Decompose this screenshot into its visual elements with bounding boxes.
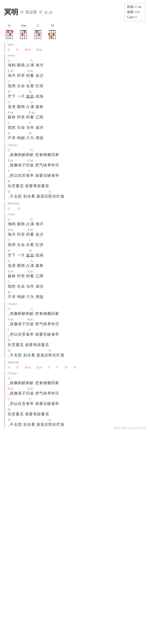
v2-chord6: Em Em <box>8 269 146 273</box>
interlude1-chord: G G <box>8 206 146 211</box>
chord-D-name: D <box>51 23 54 28</box>
c1-chord5: D G <box>8 190 146 194</box>
c1-lg1: G G _就像蚂蚁蚂蚁 把食物搬回家 <box>8 148 146 157</box>
c1-chord1: G G <box>8 148 146 152</box>
v1-lyric8: 不求 绚丽 只为 洒脱 <box>8 136 146 140</box>
chorus3-content: Chorus G _就像蚂蚁蚂蚁 把食物搬回家 Em Em _就像燕子归途 把气… <box>8 371 146 428</box>
song-title: 冥明 <box>4 7 18 17</box>
v2-lg5: G G 老虎 眼睛 占满 森林 <box>8 259 146 268</box>
verse2-bar <box>4 212 5 300</box>
svg-point-41 <box>52 33 54 35</box>
c2-lg2: Em Em _就像燕子归途 把气味养村庄 <box>8 317 146 327</box>
chorus3-bar <box>4 371 5 428</box>
c1-lyric2: _就像燕子归途 把气味养村庄 <box>8 163 146 168</box>
chord-G-name: G <box>8 23 10 28</box>
watermark-url: g.inyuezi.com <box>128 426 146 430</box>
interlude2-content: Interlude G G Em Em C C D D <box>8 360 146 370</box>
capo: Capo=1 <box>127 15 143 20</box>
intro-label: Intro <box>8 43 146 47</box>
v1-lg8: D D 不求 绚丽 只为 洒脱 <box>8 131 146 140</box>
v1-lg7: C C 我把 生命 当作 成功 <box>8 121 146 130</box>
v1-chord3: C C <box>8 79 146 83</box>
v2-lyric3: 我用 生命 在看 巨浪 <box>8 243 146 247</box>
interlude1-label: Interlude <box>8 202 146 206</box>
title-area: 冥明 唱 苏运莹 谱 @_@ <box>4 7 52 17</box>
chorus1-bar <box>4 143 5 200</box>
svg-point-19 <box>21 33 23 35</box>
c1-lyric5: _不去想 别去看 漫漫后阳光烂漫 <box>8 194 146 199</box>
verse2-section: Verse G G 海鸥 眼睛 占满 海洋 Em Em 海洋 怀里 积蓄 金沙 … <box>4 212 146 300</box>
v2-chord2: Em Em <box>8 228 146 232</box>
v1-lyric3: 我用 生命 在看 巨浪 <box>8 84 146 88</box>
chord-G-diagram: G <box>4 23 14 40</box>
c3-chord2: Em Em <box>8 387 146 391</box>
chord-C-diagram: C <box>33 23 43 40</box>
c1-lyric1: _就像蚂蚁蚂蚁 把食物搬回家 <box>8 152 146 157</box>
c1-lyric3: _所以欣赏雀帝 就要目睹雀帝 <box>8 173 146 178</box>
v2-lg8: D 不求 绚丽 只为 洒脱 <box>8 290 146 299</box>
verse2-content: Verse G G 海鸥 眼睛 占满 海洋 Em Em 海洋 怀里 积蓄 金沙 … <box>8 212 146 300</box>
v2-lg7: C 我把 生命 当作 成功 <box>8 280 146 289</box>
intro-content: Intro G G Em Em <box>8 43 146 52</box>
c2-lg1: G G _就像蚂蚁蚂蚁 把食物搬回家 <box>8 307 146 316</box>
c2-chord2: Em Em <box>8 317 146 321</box>
chord-G-grid <box>4 28 14 40</box>
verse1-content: Verse G G 海鸥 眼睛 占满 海洋 Em Em 海洋 怀里 积蓄 金沙 … <box>8 54 146 142</box>
c3-chord4: D <box>8 407 146 412</box>
v2-lyric1: 海鸥 眼睛 占满 海洋 <box>8 222 146 227</box>
svg-point-29 <box>36 31 38 33</box>
v1-lyric1: 海鸥 眼睛 占满 海洋 <box>8 63 146 68</box>
c2-chord3: C C <box>8 328 146 332</box>
v2-lyric2: 海洋 怀里 积蓄 金沙 <box>8 232 146 237</box>
v1-chord4: D D <box>8 90 146 94</box>
c1-lg2: Em Em _就像燕子归途 把气味养村庄 <box>8 158 146 168</box>
chorus3-label: Chorus <box>8 371 146 375</box>
c2-lyric1: _就像蚂蚁蚂蚁 把食物搬回家 <box>8 311 146 316</box>
v2-lg2: Em Em 海洋 怀里 积蓄 金沙 <box>8 228 146 237</box>
c3-lyric2: _就像燕子归途 把气味养村庄 <box>8 391 146 396</box>
chorus2-label: Chorus <box>8 302 146 306</box>
chord-Em-diagram: Em <box>19 23 29 40</box>
c3-chord3: C C <box>8 397 146 401</box>
chord-D-grid <box>48 28 58 40</box>
c3-chord1: G <box>8 376 146 380</box>
chorus3-section: Chorus G _就像蚂蚁蚂蚁 把食物搬回家 Em Em _就像燕子归途 把气… <box>4 371 146 428</box>
chorus2-bar <box>4 302 5 359</box>
intro-section: Intro G G Em Em <box>4 43 146 52</box>
v2-chord7: C <box>8 280 146 284</box>
c2-chord1: G G <box>8 307 146 311</box>
v1-lyric2: 海洋 怀里 积蓄 金沙 <box>8 73 146 78</box>
c1-lg5: D G _不去想 别去看 漫漫后阳光烂漫 <box>8 190 146 199</box>
v2-lg1: G G 海鸥 眼睛 占满 海洋 <box>8 217 146 227</box>
verse1-section: Verse G G 海鸥 眼睛 占满 海洋 Em Em 海洋 怀里 积蓄 金沙 … <box>4 54 146 142</box>
v1-lg3: C C 我用 生命 在看 巨浪 <box>8 79 146 88</box>
v1-lyric6: 森林 怀里 积蓄 辽阔 <box>8 115 146 120</box>
v2-lg3: C C 我用 生命 在看 巨浪 <box>8 238 146 247</box>
v1-chord8: D D <box>8 131 146 135</box>
c2-lg4: D 欣赏蔓花 就要青踩蔓花 <box>8 338 146 347</box>
chorus1-section: Chorus G G _就像蚂蚁蚂蚁 把食物搬回家 Em Em _就像燕子归途 … <box>4 143 146 200</box>
svg-point-9 <box>11 31 13 33</box>
chord-C-name: C <box>37 23 40 28</box>
singer-label: 唱 <box>20 10 23 14</box>
v2-lyric8: 不求 绚丽 只为 洒脱 <box>8 295 146 299</box>
c1-lg4: D 欣赏蔓花 就要青踩蔓花 <box>8 179 146 188</box>
c1-chord3: C C <box>8 169 146 173</box>
v1-chord7: C C <box>8 121 146 125</box>
page: 冥明 唱 苏运莹 谱 @_@ 原调 1+Ab 选调 1+G Capo=1 G <box>0 0 150 433</box>
watermark-logo: ♪ <box>111 426 113 430</box>
svg-point-39 <box>48 33 50 35</box>
v2-chord4: D D <box>8 248 146 253</box>
interlude1-bar <box>4 202 5 211</box>
watermark-site: 音乐之家 <box>114 426 127 430</box>
c3-lyric3: _所以欣赏雀帝 就要目睹雀帝 <box>8 401 146 406</box>
v2-lyric6: 森林 怀里 积蓄 辽阔 <box>8 274 146 279</box>
c3-lg3: C C _所以欣赏雀帝 就要目睹雀帝 <box>8 397 146 406</box>
c2-lg3: C C _所以欣赏雀帝 就要目睹雀帝 <box>8 328 146 337</box>
c1-lyric4: 欣赏蔓花 就要青踩蔓花 <box>8 184 146 188</box>
svg-point-10 <box>9 33 11 35</box>
v2-chord1: G G <box>8 217 146 222</box>
v1-lg2: Em Em 海洋 怀里 积蓄 金沙 <box>8 69 146 78</box>
interlude1-content: Interlude G G <box>8 202 146 211</box>
c2-chord5: D G <box>8 348 146 353</box>
